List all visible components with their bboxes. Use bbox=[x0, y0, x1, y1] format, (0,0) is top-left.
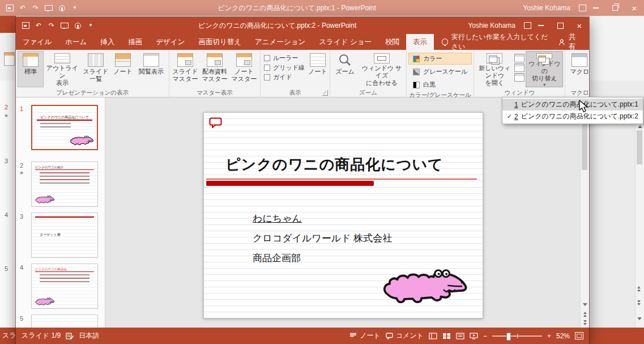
ribbon-display-options-icon[interactable] bbox=[523, 22, 531, 29]
menu-item-window-1[interactable]: 1 ピンクのワニの商品化について.pptx:1 bbox=[502, 99, 643, 111]
thumbnail-slide-3[interactable]: ターゲット層 bbox=[31, 213, 98, 258]
ruler-checkbox[interactable]: ルーラー bbox=[262, 53, 306, 63]
tab-design[interactable]: デザイン bbox=[149, 34, 191, 50]
menu-item-window-2[interactable]: ✓ 2 ピンクのワニの商品化について.pptx:2 bbox=[502, 111, 643, 122]
guides-checkbox[interactable]: ガイド bbox=[262, 73, 306, 82]
switch-windows-button[interactable]: ウィンドウの 切り替え ▼ bbox=[526, 51, 563, 87]
back-ribbon-right-sliver[interactable] bbox=[589, 16, 644, 81]
slide-vertical-scrollbar[interactable] bbox=[580, 97, 589, 328]
back-ribbon-sliver[interactable] bbox=[0, 33, 16, 81]
color-mode-button[interactable]: カラー bbox=[408, 53, 472, 65]
tab-draw[interactable]: 描画 bbox=[121, 34, 149, 50]
tab-review[interactable]: 校閲 bbox=[378, 34, 406, 50]
close-button[interactable]: × bbox=[570, 17, 589, 34]
save-icon[interactable] bbox=[6, 4, 14, 12]
slide-sorter-view-button[interactable] bbox=[442, 333, 451, 339]
tab-animations[interactable]: アニメーション bbox=[248, 34, 312, 50]
redo-icon[interactable]: ↷ bbox=[32, 4, 40, 12]
comment-bubble-icon[interactable] bbox=[209, 117, 223, 129]
back-ribbon-tabs-sliver[interactable] bbox=[0, 16, 16, 33]
grayscale-mode-button[interactable]: グレースケール bbox=[408, 66, 472, 78]
tab-view[interactable]: 表示 bbox=[406, 34, 434, 50]
show-dialog-launcher-icon[interactable] bbox=[322, 90, 328, 96]
maximize-button[interactable] bbox=[551, 17, 570, 34]
zoom-percentage[interactable]: 52% bbox=[556, 332, 570, 340]
thumbnail-slide-4[interactable]: ピンクのワニの商品化 bbox=[31, 264, 98, 309]
zoom-in-button[interactable]: + bbox=[547, 332, 551, 340]
undo-icon[interactable]: ↶ bbox=[19, 4, 27, 12]
start-slideshow-icon[interactable] bbox=[45, 4, 53, 12]
back-vertical-scrollbar[interactable] bbox=[635, 120, 644, 328]
slide-editing-area[interactable]: ピンクのワニの商品化について わにちゃん クロコダイルワールド 株式会社 商品企… bbox=[105, 97, 580, 328]
normal-view-button[interactable] bbox=[429, 333, 437, 339]
start-slideshow-icon[interactable] bbox=[61, 22, 69, 29]
touch-mode-icon[interactable] bbox=[74, 22, 82, 29]
save-icon[interactable] bbox=[22, 22, 29, 29]
back-thumbnail-panel-sliver[interactable]: 2 ★ 3 4 5 bbox=[0, 80, 16, 328]
cascade-windows-button[interactable] bbox=[514, 63, 524, 72]
slide-title-placeholder[interactable]: ピンクのワニの商品化について bbox=[225, 155, 475, 175]
notes-master-button[interactable]: ノート マスター bbox=[230, 51, 258, 87]
qat-customize-icon[interactable]: ▼ bbox=[87, 22, 95, 29]
macro-button[interactable]: マクロ bbox=[567, 51, 592, 87]
comments-toggle-button[interactable]: コメント bbox=[386, 331, 424, 341]
reading-view-button[interactable]: 閲覧表示 bbox=[135, 51, 167, 87]
tell-me-box[interactable]: 実行したい作業を入力してください bbox=[442, 34, 551, 50]
tab-slideshow[interactable]: スライド ショー bbox=[312, 34, 378, 50]
black-white-mode-button[interactable]: 白黒 bbox=[408, 79, 472, 91]
notes-button[interactable]: ノート bbox=[308, 51, 328, 87]
notes-toggle-button[interactable]: ノート bbox=[349, 331, 381, 341]
back-window-titlebar[interactable]: ↶ ↷ ▼ ピンクのワニの商品化について.pptx:1 - PowerPoint… bbox=[0, 0, 644, 16]
reading-view-button[interactable] bbox=[456, 333, 464, 339]
undo-icon[interactable]: ↶ bbox=[35, 22, 42, 29]
slideshow-view-button[interactable] bbox=[470, 333, 478, 339]
qat-customize-icon[interactable]: ▼ bbox=[71, 4, 79, 12]
back-next-slide-button[interactable] bbox=[637, 300, 641, 305]
zoom-slider[interactable] bbox=[492, 335, 542, 337]
tab-transitions[interactable]: 画面切り替え bbox=[191, 34, 248, 50]
previous-slide-button[interactable] bbox=[583, 312, 587, 317]
outline-view-button[interactable]: アウトライン 表示 bbox=[45, 51, 80, 87]
back-previous-slide-button[interactable] bbox=[637, 286, 641, 291]
back-minimize-button[interactable] bbox=[586, 0, 605, 16]
front-window-titlebar[interactable]: ↶ ↷ ▼ ピンクのワニの商品化について.pptx:2 - PowerPoint… bbox=[16, 17, 589, 34]
thumbnail-slide-5[interactable] bbox=[31, 315, 98, 328]
notes-page-button[interactable]: ノート bbox=[112, 51, 134, 87]
slide-master-button[interactable]: スライド マスター bbox=[171, 51, 199, 87]
slide-canvas[interactable]: ピンクのワニの商品化について わにちゃん クロコダイルワールド 株式会社 商品企… bbox=[203, 112, 483, 318]
touch-mode-icon[interactable] bbox=[58, 4, 66, 12]
tab-home[interactable]: ホーム bbox=[58, 34, 93, 50]
tab-insert[interactable]: 挿入 bbox=[93, 34, 121, 50]
tab-file[interactable]: ファイル bbox=[16, 34, 58, 50]
back-close-button[interactable]: × bbox=[625, 0, 644, 16]
back-restore-button[interactable] bbox=[605, 0, 625, 16]
fit-to-window-button[interactable]: ウィンドウ サイズ に合わせる bbox=[359, 51, 404, 87]
back-scroll-down-arrow[interactable] bbox=[637, 317, 642, 322]
slide-subtitle-placeholder[interactable]: わにちゃん クロコダイルワールド 株式会社 商品企画部 bbox=[253, 209, 483, 268]
slide-sorter-button[interactable]: スライド 一覧 bbox=[81, 51, 110, 87]
back-scroll-thumb[interactable] bbox=[637, 130, 642, 164]
zoom-slider-handle[interactable] bbox=[506, 333, 511, 341]
thumbnail-slide-2[interactable]: ピンクのワニの紹介 bbox=[31, 162, 98, 207]
ribbon-display-options-icon[interactable] bbox=[578, 4, 586, 12]
proofing-icon[interactable] bbox=[66, 333, 74, 339]
fit-slide-to-window-button[interactable] bbox=[575, 332, 583, 339]
share-button[interactable]: 共有 bbox=[551, 34, 589, 50]
redo-icon[interactable]: ↷ bbox=[48, 22, 56, 29]
slide-thumbnail-panel[interactable]: 1 ピンクのワニの商品化について 2 ★ ピンクのワニの紹介 bbox=[16, 97, 105, 328]
gridlines-checkbox[interactable]: グリッド線 bbox=[262, 63, 306, 73]
move-split-button[interactable] bbox=[514, 73, 524, 82]
zoom-out-button[interactable]: − bbox=[483, 332, 487, 340]
thumbnail-slide-1[interactable]: ピンクのワニの商品化について bbox=[31, 105, 98, 150]
new-window-button[interactable]: 新しいウィンドウ を開く bbox=[476, 51, 513, 87]
language-indicator[interactable]: 日本語 bbox=[79, 331, 99, 341]
minimize-button[interactable] bbox=[531, 17, 551, 34]
arrange-all-button[interactable] bbox=[514, 54, 524, 62]
normal-view-button[interactable]: 標準 bbox=[18, 51, 44, 87]
next-slide-button[interactable] bbox=[583, 320, 587, 325]
zoom-button[interactable]: ズーム bbox=[332, 51, 358, 87]
pink-crocodile-image[interactable] bbox=[379, 264, 469, 311]
scroll-down-arrow[interactable] bbox=[583, 303, 587, 308]
handout-master-button[interactable]: 配布資料 マスター bbox=[201, 51, 229, 87]
slide-indicator[interactable]: スライド 1/9 bbox=[22, 331, 61, 341]
